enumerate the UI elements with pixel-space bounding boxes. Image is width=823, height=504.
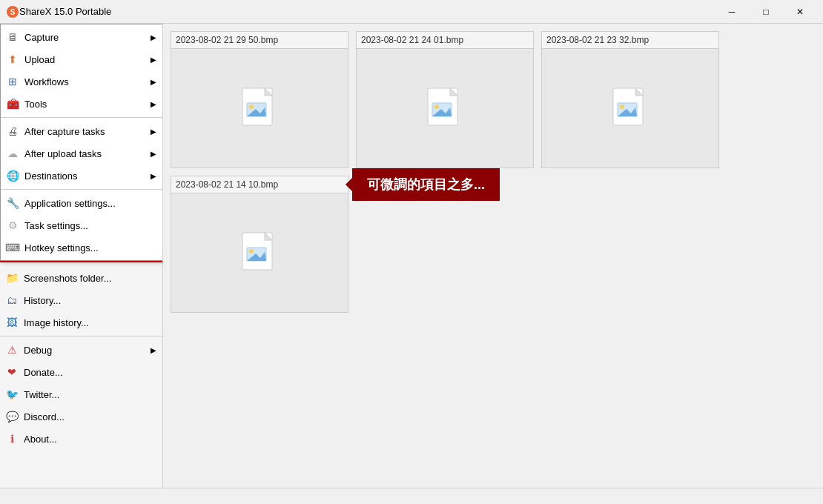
menu-item-after-upload-label: After upload tasks — [24, 148, 102, 159]
app-icon: S — [6, 5, 19, 19]
svg-text:S: S — [10, 8, 16, 16]
title-bar: S ShareX 15.0 Portable ─ □ ✕ — [0, 0, 823, 24]
svg-point-16 — [620, 105, 624, 109]
discord-icon: 💬 — [4, 409, 19, 424]
menu-item-destinations-label: Destinations — [24, 170, 78, 182]
main-layout: 🖥 Capture ▶ ⬆ Upload ▶ ⊞ Workflows ▶ 🧰 T… — [0, 24, 823, 504]
after-capture-icon: 🖨 — [5, 124, 20, 139]
capture-icon: 🖥 — [5, 30, 20, 44]
menu-item-app-settings[interactable]: 🔧 Application settings... — [1, 192, 162, 214]
status-bar — [0, 488, 823, 504]
destinations-icon: 🌐 — [5, 168, 20, 183]
task-settings-icon: ⚙ — [5, 218, 20, 233]
after-capture-arrow: ▶ — [151, 127, 156, 136]
svg-point-6 — [249, 105, 254, 109]
dropdown-menu: 🖥 Capture ▶ ⬆ Upload ▶ ⊞ Workflows ▶ 🧰 T… — [0, 24, 163, 261]
thumbnail-item[interactable]: 2023-08-02 21 23 32.bmp — [541, 31, 719, 168]
sidebar-item-donate[interactable]: ❤ Donate... — [0, 361, 162, 383]
menu-item-app-settings-label: Application settings... — [24, 198, 116, 209]
thumbnail-title: 2023-08-02 21 23 32.bmp — [542, 32, 718, 49]
upload-arrow: ▶ — [151, 56, 156, 64]
thumbnail-item[interactable]: 2023-08-02 21 24 01.bmp — [356, 31, 534, 168]
sidebar-item-about-label: About... — [24, 434, 57, 445]
sidebar-item-history[interactable]: 🗂 History... — [0, 289, 162, 311]
sidebar-item-discord[interactable]: 💬 Discord... — [0, 405, 162, 428]
menu-item-after-capture-label: After capture tasks — [24, 126, 105, 137]
thumbnail-title: 2023-08-02 21 29 50.bmp — [171, 32, 348, 49]
menu-item-workflows[interactable]: ⊞ Workflows ▶ — [1, 70, 162, 93]
debug-arrow: ▶ — [151, 346, 156, 354]
menu-item-task-settings-label: Task settings... — [24, 220, 88, 231]
upload-icon: ⬆ — [5, 52, 20, 67]
workflows-icon: ⊞ — [5, 74, 20, 89]
menu-item-after-upload[interactable]: ☁ After upload tasks ▶ — [1, 142, 162, 165]
svg-point-11 — [434, 105, 439, 109]
capture-arrow: ▶ — [151, 33, 156, 42]
destinations-arrow: ▶ — [151, 172, 156, 180]
sidebar-item-about[interactable]: ℹ About... — [0, 428, 162, 450]
menu-item-task-settings[interactable]: ⚙ Task settings... — [1, 214, 162, 236]
sidebar-item-image-history-label: Image history... — [24, 317, 89, 328]
thumbnail-title: 2023-08-02 21 14 10.bmp — [171, 176, 348, 193]
twitter-icon: 🐦 — [4, 387, 19, 402]
minimize-button[interactable]: ─ — [715, 0, 749, 24]
sidebar-item-debug-label: Debug — [24, 345, 52, 356]
thumbnail-title: 2023-08-02 21 24 01.bmp — [357, 32, 533, 49]
separator-1 — [1, 117, 162, 118]
thumbnail-item[interactable]: 2023-08-02 21 29 50.bmp — [171, 31, 348, 168]
sidebar-item-debug[interactable]: ⚠ Debug ▶ — [0, 339, 162, 361]
file-icon — [612, 87, 649, 130]
debug-icon: ⚠ — [4, 342, 19, 357]
tools-icon: 🧰 — [5, 96, 20, 111]
separator-3 — [0, 336, 162, 336]
tools-arrow: ▶ — [151, 100, 156, 108]
callout: 可微調的項目之多... — [352, 168, 500, 201]
menu-item-upload[interactable]: ⬆ Upload ▶ — [1, 48, 162, 70]
close-button[interactable]: ✕ — [783, 0, 817, 24]
thumbnail-body — [171, 49, 348, 168]
image-history-icon: 🖼 — [4, 315, 19, 330]
sidebar-item-screenshots-folder-label: Screenshots folder... — [24, 273, 112, 284]
after-upload-arrow: ▶ — [151, 150, 156, 158]
sidebar-item-twitter[interactable]: 🐦 Twitter... — [0, 383, 162, 405]
sidebar-item-image-history[interactable]: 🖼 Image history... — [0, 311, 162, 334]
maximize-button[interactable]: □ — [749, 0, 783, 24]
menu-item-capture[interactable]: 🖥 Capture ▶ — [1, 26, 162, 48]
hotkey-icon: ⌨ — [5, 240, 20, 255]
menu-item-tools-label: Tools — [24, 99, 47, 110]
about-icon: ℹ — [4, 431, 19, 446]
separator-2 — [1, 189, 162, 190]
file-icon — [241, 87, 278, 130]
menu-item-hotkey-settings-label: Hotkey settings... — [24, 242, 99, 253]
thumbnail-item[interactable]: 2023-08-02 21 14 10.bmp — [171, 176, 348, 313]
menu-item-capture-label: Capture — [24, 32, 59, 43]
sidebar-item-twitter-label: Twitter... — [24, 389, 59, 400]
thumbnail-body — [542, 49, 718, 168]
sidebar: 🖥 Capture ▶ ⬆ Upload ▶ ⊞ Workflows ▶ 🧰 T… — [0, 24, 163, 504]
sidebar-item-donate-label: Donate... — [24, 367, 63, 378]
thumbnail-body — [357, 49, 533, 168]
menu-item-destinations[interactable]: 🌐 Destinations ▶ — [1, 165, 162, 187]
file-icon — [426, 87, 463, 130]
history-icon: 🗂 — [4, 293, 19, 308]
sidebar-item-screenshots-folder[interactable]: 📁 Screenshots folder... — [0, 267, 162, 289]
window-controls: ─ □ ✕ — [715, 0, 817, 24]
sidebar-bottom: 📁 Screenshots folder... 🗂 History... 🖼 I… — [0, 264, 162, 453]
workflows-arrow: ▶ — [151, 78, 156, 86]
menu-item-workflows-label: Workflows — [24, 76, 69, 87]
thumbnail-body — [171, 193, 348, 312]
menu-item-tools[interactable]: 🧰 Tools ▶ — [1, 93, 162, 115]
menu-item-after-capture[interactable]: 🖨 After capture tasks ▶ — [1, 120, 162, 142]
menu-item-hotkey-settings[interactable]: ⌨ Hotkey settings... — [1, 236, 162, 259]
file-icon — [241, 231, 278, 274]
screenshots-folder-icon: 📁 — [4, 271, 19, 285]
sidebar-item-discord-label: Discord... — [24, 411, 65, 422]
callout-text: 可微調的項目之多... — [367, 177, 485, 192]
app-settings-icon: 🔧 — [5, 196, 20, 210]
content-area: 2023-08-02 21 29 50.bmp 2023-08-02 21 24… — [163, 24, 823, 504]
donate-icon: ❤ — [4, 365, 19, 379]
svg-point-21 — [249, 249, 254, 253]
menu-item-upload-label: Upload — [24, 54, 55, 65]
window-title: ShareX 15.0 Portable — [19, 6, 715, 17]
sidebar-item-history-label: History... — [24, 295, 61, 306]
